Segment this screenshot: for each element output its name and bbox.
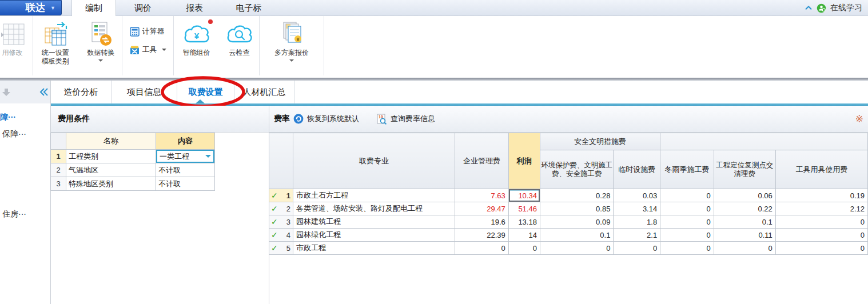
cloud-check-button[interactable]: 云检查 (221, 16, 258, 75)
query-rate-label[interactable]: 查询费率信息 (391, 114, 435, 124)
rate-value-cell[interactable]: 29.47 (455, 202, 508, 215)
condition-name-cell[interactable]: 特殊地区类别 (66, 177, 156, 191)
project-class-dropdown[interactable]: 一类工程 (156, 150, 214, 163)
title-bar: 联达 ▼ 编制 调价 报表 电子标 在线学习 (0, 0, 868, 16)
multi-quote-dropdown-icon[interactable] (289, 59, 294, 62)
rate-row-header-cell[interactable]: ✓2 (269, 202, 293, 215)
move-down-icon[interactable] (2, 87, 11, 97)
rate-value-cell[interactable]: 0.06 (714, 189, 775, 202)
rate-value-cell[interactable]: 22.39 (455, 229, 508, 242)
rate-value-cell[interactable]: 7.63 (455, 189, 508, 202)
condition-value-cell[interactable]: 不计取 (156, 163, 215, 177)
tab-project-info[interactable]: 项目信息 (112, 81, 177, 103)
check-icon[interactable]: ✓ (271, 243, 278, 253)
rate-value-cell[interactable]: 0.1 (540, 229, 613, 242)
rate-row-header-cell[interactable]: ✓5 (269, 242, 293, 255)
tools-button[interactable]: 工具 (130, 45, 166, 55)
rate-value-cell[interactable]: 0 (775, 215, 867, 229)
profession-cell[interactable]: 市政工程 (293, 242, 455, 255)
tree-item-2[interactable]: 保障··· (2, 129, 26, 139)
condition-name-cell[interactable]: 工程类别 (66, 150, 156, 163)
rate-value-cell[interactable]: 2.12 (775, 202, 867, 215)
menu-tab-tiaojia[interactable]: 调价 (118, 0, 168, 16)
rate-value-cell[interactable]: 0 (660, 215, 714, 229)
rate-value-cell[interactable]: 0.28 (540, 189, 613, 202)
rate-row-header-cell[interactable]: ✓3 (269, 215, 293, 229)
unified-template-button[interactable]: 统一设置 模板类别 (33, 16, 77, 75)
rate-value-cell[interactable]: 0.22 (714, 202, 775, 215)
condition-name-cell[interactable]: 气温地区 (66, 163, 156, 177)
rate-value-cell[interactable]: 3.14 (614, 202, 660, 215)
profession-cell[interactable]: 市政土石方工程 (293, 189, 455, 202)
row-number-cell[interactable]: 3 (51, 177, 66, 191)
rate-value-cell[interactable]: 0 (775, 229, 867, 242)
rate-value-cell[interactable]: 0 (614, 242, 660, 255)
rate-value-cell[interactable]: 1.8 (614, 215, 660, 229)
check-icon[interactable]: ✓ (271, 204, 278, 213)
rate-value-cell[interactable]: 10.34 (508, 189, 540, 202)
chevron-down-icon[interactable] (205, 155, 211, 158)
rate-value-cell[interactable]: 0 (508, 242, 540, 255)
data-convert-button[interactable]: 数据转换 (79, 16, 122, 75)
rate-value-cell[interactable]: 0 (714, 242, 775, 255)
smart-pricing-button[interactable]: ¥ 智能组价 (175, 16, 218, 75)
menu-tab-bianzhi[interactable]: 编制 (71, 0, 116, 16)
collapse-sidebar-icon[interactable] (39, 87, 49, 97)
rate-value-cell[interactable]: 0.09 (540, 215, 613, 229)
online-learning-icon (817, 3, 826, 13)
condition-value-cell[interactable]: 不计取 (156, 177, 215, 191)
row-number-cell[interactable]: 1 (51, 150, 66, 163)
cost-conditions-title: 费用条件 (58, 114, 90, 124)
row-number: 5 (286, 244, 290, 253)
tab-labor-summary[interactable]: 人材机汇总 (234, 81, 294, 103)
data-convert-dropdown-icon[interactable] (98, 59, 103, 62)
rate-value-cell[interactable]: 0 (660, 242, 714, 255)
rate-value-cell[interactable]: 0.85 (540, 202, 613, 215)
rate-value-cell[interactable]: 0 (540, 242, 613, 255)
profession-cell[interactable]: 园林建筑工程 (293, 215, 455, 229)
rate-value-cell[interactable]: 14 (508, 229, 540, 242)
tree-item-1[interactable]: 障··· (0, 113, 16, 123)
row-number-cell[interactable]: 2 (51, 163, 66, 177)
condition-value-cell[interactable]: 一类工程 (156, 150, 215, 163)
rate-value-cell[interactable]: 0 (660, 189, 714, 202)
rate-value-cell[interactable]: 0.03 (614, 189, 660, 202)
corner-asterisk-icon[interactable]: ※ (855, 113, 863, 125)
menu-tab-baobiao[interactable]: 报表 (169, 0, 220, 16)
ribbon-group-tools: 计算器 工具 (122, 16, 174, 75)
svg-text:¥: ¥ (296, 37, 299, 42)
tools-dropdown-icon[interactable] (162, 49, 166, 51)
tree-item-3[interactable]: 住房··· (2, 209, 26, 219)
rate-value-cell[interactable]: 2.1 (614, 229, 660, 242)
rate-row-header-cell[interactable]: ✓4 (269, 229, 293, 242)
multi-quote-button[interactable]: ¥ 多方案报价 (263, 16, 320, 75)
check-icon[interactable]: ✓ (271, 230, 278, 239)
menu-tab-dianzibiao[interactable]: 电子标 (221, 0, 277, 16)
smart-pricing-label: 智能组价 (183, 49, 210, 57)
rate-value-cell[interactable]: 0 (455, 242, 508, 255)
rate-value-cell[interactable]: 0 (660, 202, 714, 215)
rate-value-cell[interactable]: 0.11 (714, 229, 775, 242)
rate-value-cell[interactable]: 0.1 (714, 215, 775, 229)
multi-quote-icon: ¥ (278, 20, 305, 49)
tab-cost-analysis[interactable]: 造价分析 (50, 81, 112, 103)
restore-default-label[interactable]: 恢复到系统默认 (307, 114, 359, 124)
check-icon[interactable]: ✓ (271, 191, 278, 200)
rate-row-header-cell[interactable]: ✓1 (269, 189, 293, 202)
rate-value-cell[interactable]: 0 (775, 242, 867, 255)
profession-cell[interactable]: 园林绿化工程 (293, 229, 455, 242)
rate-value-cell[interactable]: 51.46 (508, 202, 540, 215)
online-learning-label[interactable]: 在线学习 (830, 3, 862, 13)
rate-value-cell[interactable]: 0 (660, 229, 714, 242)
tab-fee-settings[interactable]: 取费设置 (177, 81, 234, 103)
check-icon[interactable]: ✓ (271, 217, 278, 226)
calculator-button[interactable]: 计算器 (130, 26, 166, 37)
rate-value-cell[interactable]: 19.6 (455, 215, 508, 229)
rate-row: ✓4园林绿化工程22.39140.12.100.110 (269, 229, 868, 242)
apply-edit-button[interactable]: 用修改 (0, 16, 25, 75)
profession-cell[interactable]: 各类管道、场站安装、路灯及配电工程 (293, 202, 455, 215)
collapse-ribbon-icon[interactable] (805, 4, 813, 12)
app-logo-button[interactable]: 联达 ▼ (0, 0, 62, 15)
rate-value-cell[interactable]: 13.18 (508, 215, 540, 229)
rate-value-cell[interactable]: 0.19 (775, 189, 867, 202)
